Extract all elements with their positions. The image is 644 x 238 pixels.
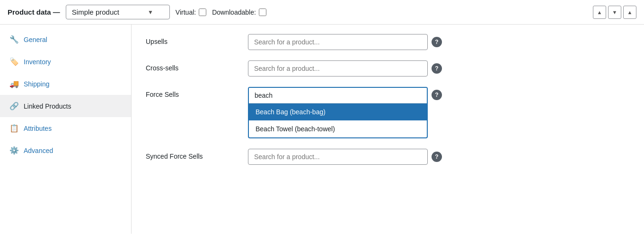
upsells-row: Upsells ? bbox=[146, 34, 630, 50]
truck-icon: 🚚 bbox=[9, 79, 19, 88]
upsells-search-input[interactable] bbox=[248, 34, 428, 50]
synced-force-sells-input-area: ? bbox=[248, 149, 630, 165]
sidebar-item-inventory[interactable]: 🏷️ Inventory bbox=[0, 51, 131, 73]
wrench-icon: 🔧 bbox=[9, 35, 19, 44]
product-type-dropdown[interactable]: Simple product ▼ bbox=[66, 5, 170, 19]
force-sells-label: Force Sells bbox=[146, 87, 240, 98]
product-data-header: Product data — Simple product ▼ Virtual:… bbox=[0, 0, 644, 25]
main-layout: 🔧 General 🏷️ Inventory 🚚 Shipping 🔗 Link… bbox=[0, 25, 644, 234]
header-title: Product data — bbox=[8, 8, 60, 16]
cross-sells-search-input[interactable] bbox=[248, 60, 428, 76]
sidebar-item-attributes[interactable]: 📋 Attributes bbox=[0, 117, 131, 139]
tag-icon: 🏷️ bbox=[9, 57, 19, 66]
collapse-down-button[interactable]: ▼ bbox=[608, 6, 621, 19]
upsells-help-icon[interactable]: ? bbox=[432, 37, 442, 47]
virtual-label-text: Virtual: bbox=[176, 8, 196, 16]
dropdown-item-beach-bag[interactable]: Beach Bag (beach-bag) bbox=[249, 103, 427, 120]
force-sells-help-icon[interactable]: ? bbox=[432, 90, 442, 100]
force-sells-input-area: Beach Bag (beach-bag) Beach Towel (beach… bbox=[248, 87, 630, 138]
synced-force-sells-search-input[interactable] bbox=[248, 149, 428, 165]
synced-force-sells-row: Synced Force Sells ? bbox=[146, 149, 630, 165]
downloadable-checkbox-label[interactable]: Downloadable: bbox=[212, 8, 266, 16]
dropdown-item-beach-towel[interactable]: Beach Towel (beach-towel) bbox=[249, 120, 427, 137]
sidebar-item-shipping[interactable]: 🚚 Shipping bbox=[0, 73, 131, 95]
sidebar-item-linked-products[interactable]: 🔗 Linked Products bbox=[0, 95, 131, 117]
sidebar-item-general[interactable]: 🔧 General bbox=[0, 28, 131, 51]
upsells-input-area: ? bbox=[248, 34, 630, 50]
cross-sells-label: Cross-sells bbox=[146, 60, 240, 72]
content-area: Upsells ? Cross-sells ? Force Sells Beac… bbox=[132, 25, 644, 234]
cross-sells-help-icon[interactable]: ? bbox=[432, 63, 442, 74]
sidebar-item-advanced[interactable]: ⚙️ Advanced bbox=[0, 139, 131, 162]
product-data-sidebar: 🔧 General 🏷️ Inventory 🚚 Shipping 🔗 Link… bbox=[0, 25, 132, 234]
force-sells-dropdown-list: Beach Bag (beach-bag) Beach Towel (beach… bbox=[249, 103, 427, 137]
virtual-checkbox[interactable] bbox=[199, 8, 206, 16]
sidebar-label-inventory: Inventory bbox=[24, 58, 51, 66]
virtual-checkbox-label[interactable]: Virtual: bbox=[176, 8, 206, 16]
list-icon: 📋 bbox=[9, 124, 19, 133]
sidebar-label-advanced: Advanced bbox=[24, 147, 53, 154]
synced-force-sells-help-icon[interactable]: ? bbox=[432, 152, 442, 162]
synced-force-sells-label: Synced Force Sells bbox=[146, 149, 240, 160]
downloadable-checkbox[interactable] bbox=[259, 8, 266, 16]
sidebar-label-shipping: Shipping bbox=[24, 80, 50, 88]
sidebar-label-linked-products: Linked Products bbox=[24, 102, 71, 110]
product-type-label: Simple product bbox=[72, 8, 119, 16]
link-icon: 🔗 bbox=[9, 102, 19, 110]
cross-sells-input-area: ? bbox=[248, 60, 630, 76]
downloadable-label-text: Downloadable: bbox=[212, 8, 256, 16]
force-sells-row: Force Sells Beach Bag (beach-bag) Beach … bbox=[146, 87, 630, 138]
force-sells-search-input[interactable] bbox=[249, 88, 427, 103]
sidebar-label-attributes: Attributes bbox=[24, 125, 52, 132]
sidebar-label-general: General bbox=[24, 36, 47, 43]
header-controls: ▲ ▼ ▲ bbox=[593, 6, 636, 19]
force-sells-dropdown-container: Beach Bag (beach-bag) Beach Towel (beach… bbox=[248, 87, 428, 138]
gear-icon: ⚙️ bbox=[9, 146, 19, 155]
collapse-up-button[interactable]: ▲ bbox=[593, 6, 606, 19]
chevron-down-icon: ▼ bbox=[148, 9, 153, 16]
upsells-label: Upsells bbox=[146, 34, 240, 45]
cross-sells-row: Cross-sells ? bbox=[146, 60, 630, 76]
expand-button[interactable]: ▲ bbox=[623, 6, 636, 19]
